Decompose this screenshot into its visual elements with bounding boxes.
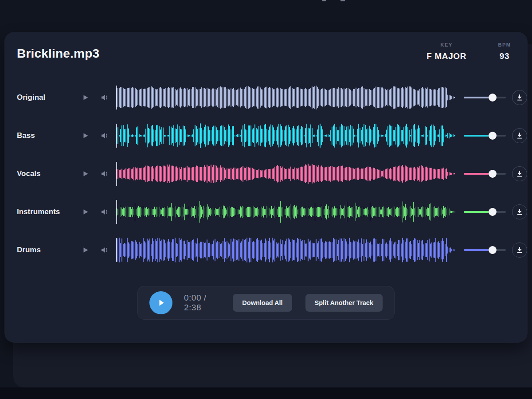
waveform-canvas[interactable] [116, 236, 456, 264]
track-row: Drums [4, 231, 528, 269]
bpm-info: BPM 93 [491, 42, 518, 61]
track-name: Bass [17, 131, 81, 140]
speaker-icon [101, 208, 110, 216]
track-volume-button[interactable] [100, 93, 110, 102]
track-download-button[interactable] [512, 204, 527, 219]
waveform-container [116, 236, 456, 264]
track-download-button[interactable] [512, 166, 527, 181]
key-value: F MAJOR [426, 51, 466, 61]
download-all-button[interactable]: Download All [233, 294, 292, 312]
time-display: 0:00 / 2:38 [184, 293, 219, 313]
bottom-bar [0, 387, 532, 399]
download-icon [516, 247, 523, 254]
play-button[interactable] [149, 291, 172, 314]
track-list: OriginalBassVocalsInstrumentsDrums [4, 78, 528, 269]
slider-fill [464, 97, 493, 98]
track-meta: KEY F MAJOR BPM 93 [426, 42, 518, 61]
waveform-container [116, 198, 456, 226]
track-play-button[interactable] [81, 93, 90, 102]
play-icon [156, 298, 165, 307]
download-icon [516, 94, 523, 101]
track-name: Vocals [17, 169, 81, 178]
bpm-value: 93 [491, 51, 518, 61]
slider-fill [464, 211, 493, 213]
track-row: Vocals [4, 155, 528, 193]
volume-slider[interactable] [464, 94, 506, 102]
bpm-label: BPM [491, 42, 518, 47]
slider-thumb[interactable] [489, 132, 497, 140]
track-play-button[interactable] [81, 169, 90, 178]
play-icon [83, 171, 89, 177]
download-icon [516, 209, 523, 215]
track-download-button[interactable] [512, 90, 527, 105]
track-row: Original [4, 78, 528, 117]
volume-slider[interactable] [464, 246, 506, 254]
volume-slider[interactable] [464, 132, 506, 140]
track-play-button[interactable] [81, 246, 90, 254]
waveform-container [116, 84, 456, 111]
slider-thumb[interactable] [489, 208, 497, 216]
slider-fill [464, 173, 493, 175]
stem-splitter-panel: Brickline.mp3 KEY F MAJOR BPM 93 Origina… [4, 32, 528, 343]
track-name: Drums [17, 246, 81, 254]
play-icon [83, 133, 89, 139]
speaker-icon [101, 170, 110, 178]
slider-thumb[interactable] [489, 94, 497, 102]
waveform-canvas[interactable] [116, 84, 456, 111]
play-icon [83, 247, 89, 253]
waveform-container [116, 122, 456, 149]
speaker-icon [101, 246, 110, 254]
waveform-canvas[interactable] [116, 198, 456, 226]
key-info: KEY F MAJOR [426, 42, 466, 61]
track-name: Original [17, 93, 81, 102]
track-volume-button[interactable] [100, 131, 110, 141]
track-download-button[interactable] [512, 243, 527, 258]
clipped-text-remnant [322, 0, 326, 1]
split-another-track-button[interactable]: Split Another Track [305, 294, 383, 312]
track-play-button[interactable] [81, 131, 90, 140]
slider-fill [464, 249, 493, 251]
track-name: Instruments [17, 207, 81, 216]
slider-thumb[interactable] [489, 170, 497, 178]
play-icon [83, 209, 89, 215]
volume-slider[interactable] [464, 170, 506, 178]
speaker-icon [101, 94, 110, 102]
file-title: Brickline.mp3 [17, 47, 99, 61]
track-volume-button[interactable] [100, 169, 110, 179]
track-row: Instruments [4, 193, 528, 231]
speaker-icon [101, 132, 110, 140]
track-volume-button[interactable] [100, 245, 110, 255]
player-bar: 0:00 / 2:38 Download All Split Another T… [137, 286, 395, 320]
download-icon [516, 171, 523, 177]
waveform-canvas[interactable] [116, 122, 456, 149]
track-row: Bass [4, 117, 528, 155]
slider-fill [464, 135, 493, 137]
track-download-button[interactable] [512, 128, 527, 143]
volume-slider[interactable] [464, 208, 506, 216]
clipped-text-remnant [340, 0, 345, 1]
waveform-container [116, 160, 456, 188]
waveform-canvas[interactable] [116, 160, 456, 188]
download-icon [516, 133, 523, 139]
slider-thumb[interactable] [489, 246, 497, 254]
panel-header: Brickline.mp3 KEY F MAJOR BPM 93 [4, 32, 528, 78]
track-play-button[interactable] [81, 207, 90, 216]
track-volume-button[interactable] [100, 207, 110, 217]
key-label: KEY [426, 42, 466, 47]
play-icon [83, 94, 89, 101]
